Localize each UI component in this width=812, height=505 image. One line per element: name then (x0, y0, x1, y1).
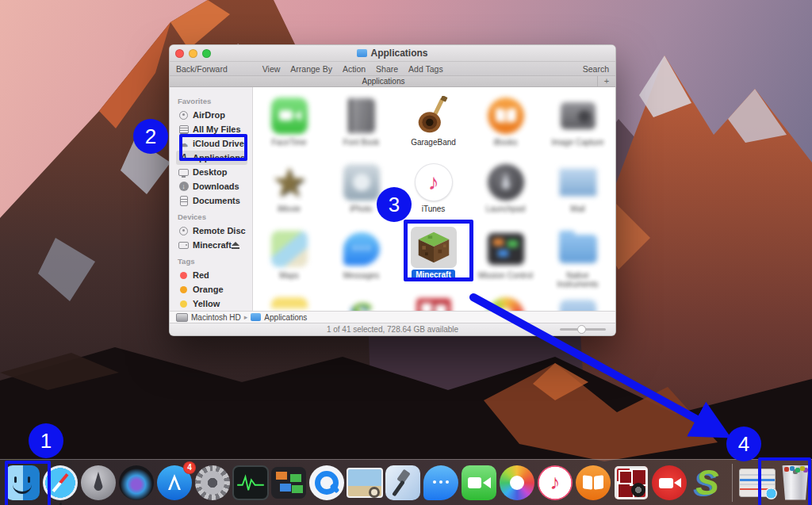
dock-activity-monitor[interactable] (232, 465, 269, 501)
dock-launchpad[interactable] (80, 465, 117, 501)
preview-icon (347, 468, 383, 498)
sidebar-item-applications[interactable]: AApplications (176, 151, 247, 165)
sidebar-item-tag-orange[interactable]: Orange (176, 282, 247, 296)
app-imovie[interactable]: ★iMovie (253, 159, 325, 225)
slider-knob[interactable] (577, 325, 586, 334)
photos-icon (488, 297, 524, 311)
dock-itunes[interactable]: ♪ (537, 465, 573, 501)
running-indicator (59, 503, 62, 505)
mail-icon (558, 167, 598, 197)
app-mail[interactable]: Mail (542, 159, 614, 225)
dock-preview[interactable] (347, 465, 383, 501)
tab-bar: Applications + (170, 76, 615, 87)
dock-messages[interactable] (423, 465, 459, 501)
app-photo-booth[interactable] (397, 292, 469, 311)
eject-icon[interactable] (232, 242, 239, 249)
view-button[interactable]: View (262, 64, 281, 74)
app-maps[interactable]: Maps (253, 225, 325, 292)
dock-photos[interactable] (499, 465, 535, 501)
new-tab-button[interactable]: + (597, 76, 615, 86)
app-garageband[interactable]: GarageBand (397, 92, 469, 159)
dock-mission-control[interactable] (270, 465, 307, 501)
app-itunes[interactable]: ♪iTunes (397, 159, 469, 225)
drive-icon (178, 240, 189, 251)
sidebar-item-airdrop[interactable]: AirDrop (176, 108, 247, 122)
path-bar: Macintosh HD ▸ Applications (170, 311, 615, 323)
all-my-files-icon (178, 124, 189, 135)
action-button[interactable]: Action (343, 64, 366, 74)
siri-icon (119, 465, 154, 500)
tab-applications[interactable]: Applications (170, 77, 597, 86)
icon-size-slider[interactable] (560, 328, 606, 331)
app-native-instruments[interactable]: Native Instruments (542, 225, 614, 292)
dock-finder[interactable] (4, 465, 40, 501)
mission-control-icon (271, 467, 306, 499)
blue-app-icon (560, 300, 596, 311)
messages-icon (423, 465, 458, 500)
dock-system-preferences[interactable] (194, 465, 231, 501)
search-button[interactable]: Search (583, 64, 609, 74)
dock-photo-booth[interactable] (613, 465, 649, 501)
app-green-s[interactable]: S (325, 292, 397, 311)
app-minecraft[interactable]: Minecraft (397, 225, 469, 292)
arrange-by-button[interactable]: Arrange By (290, 64, 332, 74)
app-iphoto[interactable]: iPhoto (325, 159, 397, 225)
app-mission-control[interactable]: Mission Control (469, 225, 542, 292)
photo-booth-icon (416, 298, 451, 311)
dock-ibooks[interactable] (575, 465, 611, 501)
sidebar-item-documents[interactable]: Documents (176, 193, 247, 208)
folder-icon (251, 313, 261, 321)
sidebar-item-icloud-drive[interactable]: ☁iCloud Drive (176, 136, 247, 151)
app-font-book[interactable]: Font Book (325, 92, 397, 159)
path-macintosh-hd[interactable]: Macintosh HD (191, 313, 241, 322)
title-bar[interactable]: Applications (170, 45, 615, 62)
photo-booth-icon (615, 466, 648, 499)
dock-quicktime[interactable] (308, 465, 345, 501)
share-button[interactable]: Share (376, 64, 398, 74)
airdrop-icon (178, 110, 189, 121)
dock-app-store[interactable]: 4 (156, 465, 193, 501)
video-camera-icon (652, 465, 687, 500)
dock-safari[interactable] (42, 465, 79, 501)
app-ibooks[interactable]: iBooks (469, 92, 542, 159)
back-forward-button[interactable]: Back/Forward (176, 64, 228, 74)
toolbar: Back/Forward View Arrange By Action Shar… (170, 62, 615, 76)
orange-tag-icon (178, 285, 189, 295)
dock: 4 ♪ S (0, 459, 812, 505)
dock-trash[interactable] (777, 465, 812, 501)
sidebar-item-tag-yellow[interactable]: Yellow (176, 296, 247, 311)
sidebar-item-remote-disc[interactable]: Remote Disc (176, 224, 247, 238)
sidebar-item-minecraft-device[interactable]: Minecraft (176, 238, 247, 252)
sidebar: Favorites AirDrop All My Files ☁iCloud D… (170, 87, 253, 311)
green-s-app-icon: S (350, 298, 373, 311)
sidebar-item-tag-red[interactable]: Red (176, 268, 247, 282)
app-notes[interactable] (253, 292, 325, 311)
sidebar-item-all-my-files[interactable]: All My Files (176, 122, 247, 136)
app-blue[interactable] (542, 292, 614, 311)
launchpad-icon (488, 164, 524, 201)
iphoto-icon (343, 164, 380, 201)
applications-icon: A (178, 153, 189, 163)
selection-tile (411, 227, 457, 268)
sidebar-item-downloads[interactable]: ↓Downloads (176, 179, 247, 193)
dock-video-camera-app[interactable] (651, 465, 688, 501)
add-tags-button[interactable]: Add Tags (408, 64, 443, 74)
dock-green-s-app[interactable]: S (689, 465, 726, 501)
sidebar-section-devices: Devices (178, 212, 252, 221)
dock-siri[interactable] (118, 465, 155, 501)
app-messages[interactable]: Messages (325, 225, 397, 292)
dock-minimized-window[interactable] (739, 465, 776, 501)
sidebar-item-desktop[interactable]: Desktop (176, 165, 247, 179)
ibooks-icon (488, 98, 524, 134)
green-s-icon: S (695, 465, 718, 500)
dock-xcode[interactable] (385, 465, 421, 501)
sidebar-section-tags: Tags (178, 257, 252, 266)
app-launchpad[interactable]: Launchpad (469, 159, 542, 225)
path-applications[interactable]: Applications (264, 313, 307, 322)
app-photos[interactable] (469, 292, 542, 311)
minecraft-icon (416, 230, 451, 265)
dock-facetime[interactable] (461, 465, 497, 501)
app-facetime[interactable]: FaceTime (253, 92, 325, 159)
app-image-capture[interactable]: Image Capture (542, 92, 614, 159)
facetime-icon (271, 98, 308, 134)
